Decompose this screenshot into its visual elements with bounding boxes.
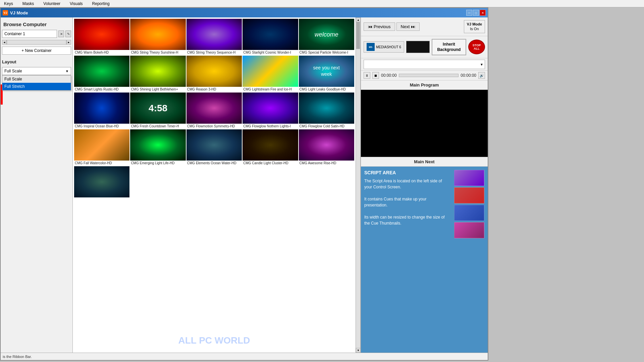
layout-option-full-stretch[interactable]: Full Stretch xyxy=(2,83,71,90)
inherit-bg-label: Inherit xyxy=(436,42,462,47)
horizontal-scrollbar[interactable] xyxy=(7,40,66,45)
media-item-label xyxy=(74,197,129,199)
menu-volunteer[interactable]: Volunteer xyxy=(42,1,62,7)
new-container-button[interactable]: + New Container xyxy=(2,47,71,55)
media-item[interactable]: CMG Fall Watercolor-HD xyxy=(74,129,129,166)
search-input[interactable] xyxy=(365,61,480,68)
scroll-left-button[interactable]: ◄ xyxy=(2,40,7,45)
media-item-label: CMG Elements Ocean Water-HD xyxy=(186,161,242,166)
scroll-right-button[interactable]: ► xyxy=(66,40,71,45)
script-thumb-3 xyxy=(454,205,484,221)
previous-button[interactable]: ⏮ Previous xyxy=(364,22,395,31)
media-item[interactable]: CMG Reason 3-HD xyxy=(186,56,242,92)
media-item-label: CMG Fresh Countdown Timer-H xyxy=(130,124,185,129)
layout-dropdown-menu: Full Scale Full Stretch xyxy=(2,75,71,90)
vj-mode-line2: Is On xyxy=(467,26,482,31)
script-area: SCRIPT AREA The Script Area is located o… xyxy=(361,167,488,353)
media-item[interactable]: CMG Starlight Cosmic Wonder-I xyxy=(243,19,298,55)
media-item-label: CMG Emerging Light Life-HD xyxy=(130,161,185,166)
stop-button[interactable]: ⏹ xyxy=(372,72,379,79)
media-item-label: CMG Lightstream Fire and Ice-H xyxy=(243,87,298,92)
media-item[interactable]: CMG Warm Bokeh-HD xyxy=(74,19,129,55)
container-clear-button[interactable]: ✕ xyxy=(58,31,64,37)
media-item-label: CMG Awesome Rise-HD xyxy=(299,161,354,166)
chevron-down-icon: ▼ xyxy=(65,69,69,73)
inherit-bg-label2: Background xyxy=(436,47,462,53)
inherit-background-button[interactable]: Inherit Background xyxy=(432,39,466,56)
volume-button[interactable]: 🔊 xyxy=(478,72,485,79)
media-item[interactable]: CMG Flowglow Cold Satin-HD xyxy=(299,93,354,129)
media-item[interactable]: CMG Flowglow Nothern Lights-I xyxy=(243,93,298,129)
playback-transport-row: ⏸ ⏹ 00:00:00 00:00:00 🔊 xyxy=(361,71,488,80)
media-item-label: CMG String Theory Sequence-H xyxy=(186,50,242,55)
media-item[interactable]: CMG Awesome Rise-HD xyxy=(299,129,354,166)
minimize-button[interactable]: ─ xyxy=(466,10,472,16)
progress-bar[interactable] xyxy=(399,74,459,77)
pause-button[interactable]: ⏸ xyxy=(364,72,370,79)
main-next-label: Main Next xyxy=(361,157,488,167)
media-item-label: CMG Warm Bokeh-HD xyxy=(74,50,129,55)
media-item-label: CMG Smart Lights Rustic-HD xyxy=(74,87,129,92)
media-item[interactable]: CMG Elements Ocean Water-HD xyxy=(186,129,242,166)
stop-all-button[interactable]: STOPALL xyxy=(468,40,485,54)
media-grid-panel: CMG Warm Bokeh-HDCMG String Theory Sunsh… xyxy=(73,17,356,353)
vj-mode-line1: VJ Mode xyxy=(467,22,482,26)
container-edit-button[interactable]: ✎ xyxy=(65,31,71,37)
script-thumb-4 xyxy=(454,222,484,238)
vertical-scrollbar[interactable]: ▲ ▼ xyxy=(356,17,360,353)
next-label: Next xyxy=(401,24,410,29)
menu-keys[interactable]: Keys xyxy=(3,1,14,7)
script-thumbnails xyxy=(454,170,484,349)
layout-label: Layout xyxy=(2,58,71,66)
watermark: ALL PC WORLD xyxy=(178,335,250,346)
menu-visuals[interactable]: Visuals xyxy=(68,1,84,7)
media-item[interactable]: CMG Emerging Light Life-HD xyxy=(130,129,185,166)
transport-controls-bar: ⏮ Previous Next ⏭ VJ Mode Is On xyxy=(361,17,488,36)
script-thumb-2 xyxy=(454,187,484,203)
media-item[interactable]: CMG Candle Light Cluster-HD xyxy=(243,129,298,166)
media-item[interactable]: CMG Lightstream Fire and Ice-H xyxy=(243,56,298,92)
media-item[interactable] xyxy=(74,166,129,199)
stop-all-label: STOPALL xyxy=(473,44,481,51)
vj-mode-badge: VJ Mode Is On xyxy=(464,20,485,33)
scroll-up-button[interactable]: ▲ xyxy=(356,17,360,22)
menu-masks[interactable]: Masks xyxy=(21,1,36,7)
black-preview-box[interactable] xyxy=(406,41,430,53)
container-input[interactable] xyxy=(2,30,57,38)
dropdown-arrow-icon: ▼ xyxy=(480,63,483,66)
mediashout-button[interactable]: MS MEDIASHOUT 6 xyxy=(364,41,404,53)
app-icon: VJ xyxy=(3,10,8,15)
media-item[interactable]: CMG Flowmotion Symmetry-HD xyxy=(186,93,242,129)
media-item[interactable]: CMG Shining Light Bethlehem+ xyxy=(130,56,185,92)
mediashout-label: MEDIASHOUT 6 xyxy=(376,45,401,49)
menu-reporting[interactable]: Reporting xyxy=(91,1,111,7)
media-item[interactable]: CMG Inspiral Ocean Blue-HD xyxy=(74,93,129,129)
media-item-label: CMG Reason 3-HD xyxy=(186,87,242,92)
media-item[interactable]: see you next weekCMG Light Leaks Goodbye… xyxy=(299,56,354,92)
media-item-label: CMG Special Particle Welcome-I xyxy=(299,50,354,55)
media-item[interactable]: CMG Smart Lights Rustic-HD xyxy=(74,56,129,92)
close-button[interactable]: ✕ xyxy=(480,10,486,16)
media-item[interactable]: welcomeCMG Special Particle Welcome-I xyxy=(299,19,354,55)
next-button[interactable]: Next ⏭ xyxy=(396,22,420,31)
main-program-preview xyxy=(361,90,488,157)
media-item-label: CMG String Theory Sunshine-H xyxy=(130,50,185,55)
browse-computer-label: Browse Computer xyxy=(2,19,71,30)
media-item[interactable]: CMG String Theory Sunshine-H xyxy=(130,19,185,55)
media-item[interactable]: CMG String Theory Sequence-H xyxy=(186,19,242,55)
media-item-label: CMG Flowglow Cold Satin-HD xyxy=(299,124,354,129)
next-icon: ⏭ xyxy=(411,24,415,29)
media-item-label: CMG Inspiral Ocean Blue-HD xyxy=(74,124,129,129)
status-text: is the Ribbon Bar. xyxy=(3,355,32,359)
layout-option-full-scale[interactable]: Full Scale xyxy=(2,75,71,83)
time-end: 00:00:00 xyxy=(461,73,476,78)
media-item-label: CMG Shining Light Bethlehem+ xyxy=(130,87,185,92)
maximize-button[interactable]: □ xyxy=(473,10,479,16)
scroll-down-button[interactable]: ▼ xyxy=(356,348,360,353)
layout-dropdown[interactable]: Full Scale ▼ xyxy=(2,67,71,75)
media-item-label: CMG Light Leaks Goodbye-HD xyxy=(299,87,354,92)
script-area-body: The Script Area is located on the left s… xyxy=(364,178,451,226)
media-item[interactable]: 4:58CMG Fresh Countdown Timer-H xyxy=(130,93,185,129)
search-bar-area: ▼ xyxy=(361,58,488,71)
media-item-label: CMG Fall Watercolor-HD xyxy=(74,161,129,166)
